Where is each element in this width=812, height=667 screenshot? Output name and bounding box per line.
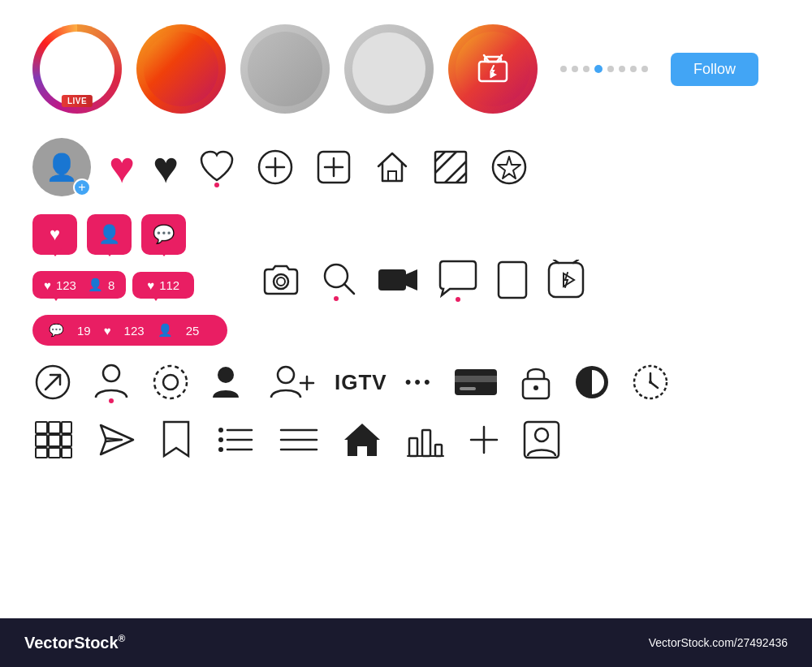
dot-7 [630,66,637,72]
vectorstock-url: VectorStock.com/27492436 [649,636,788,649]
svg-rect-55 [62,448,71,458]
avatar[interactable]: 👤 + [32,138,91,196]
home-filled-icon [341,419,383,461]
svg-point-46 [649,381,652,384]
svg-point-4 [214,183,219,187]
heart-outline-icon [197,146,237,188]
svg-rect-11 [388,171,396,181]
svg-point-30 [109,398,114,403]
middle-section: ♥ 👤 💬 ♥ 123 👤 8 [32,214,780,346]
plus-icon [468,424,500,456]
svg-rect-48 [49,422,60,433]
svg-rect-23 [499,262,526,298]
video-camera-icon [375,260,421,300]
story-circles-row: LIVE [32,16,780,114]
svg-point-62 [218,447,223,452]
camera-icon [260,260,302,300]
dot-3 [583,66,590,72]
svg-point-74 [535,428,548,441]
avatar-add-icon[interactable]: + [73,179,91,196]
svg-point-33 [218,367,234,383]
svg-point-32 [154,366,187,398]
svg-rect-67 [409,438,417,456]
story-circle-live[interactable]: LIVE [32,24,122,114]
add-person-icon [268,362,317,402]
plus-square-icon [313,147,354,187]
menu-icon [278,424,320,456]
vectorstock-logo: VectorStock® [24,633,125,652]
svg-rect-69 [435,445,442,456]
row-4: IGTV ••• [32,360,780,404]
svg-point-58 [218,428,223,432]
expand-icon [430,147,471,187]
story-circle-igtv[interactable] [448,24,538,114]
profile-frame-icon [521,419,562,461]
heart-notif-bubble: ♥ [32,214,77,255]
tablet-icon [495,259,529,301]
history-icon [572,362,612,402]
lock-icon [518,361,554,403]
pagination-dots [560,65,648,73]
story-circle-2[interactable] [136,24,226,114]
clock-icon [630,362,671,402]
full-count-bubble: 💬 19 ♥ 123 👤 25 [32,315,227,346]
send-icon [96,419,138,461]
person-filled-icon [209,362,250,402]
svg-marker-21 [406,269,417,290]
svg-point-41 [533,385,538,390]
live-badge: LIVE [62,95,93,107]
three-dots-icon: ••• [405,372,434,393]
footer: VectorStock® VectorStock.com/27492436 [0,618,812,667]
svg-rect-54 [49,448,60,458]
svg-rect-49 [62,422,71,433]
svg-marker-14 [498,157,520,179]
credit-card-icon [451,364,500,400]
bullet-list-icon [214,419,257,461]
avatar-person-icon: 👤 [45,152,78,183]
notification-section: ♥ 👤 💬 ♥ 123 👤 8 [32,214,244,346]
search-icon [318,258,359,302]
explore-icon [32,362,73,402]
igtv-square-icon [546,260,586,300]
svg-point-34 [278,367,294,383]
star-outline-icon [489,147,529,187]
follow-button[interactable]: Follow [671,53,758,86]
svg-rect-20 [378,269,406,290]
dot-8 [641,66,648,72]
story-circle-4[interactable] [344,24,434,114]
svg-rect-47 [36,422,47,433]
svg-point-60 [218,437,223,442]
person-outline-icon [91,360,132,404]
svg-rect-50 [36,435,47,446]
heart-black-icon: ♥ [153,145,179,189]
settings-icon [149,361,192,403]
dot-6 [619,66,625,72]
svg-line-18 [344,284,354,294]
comment-notif-bubble: 💬 [141,214,186,255]
dot-2 [572,66,578,72]
dot-5 [607,66,614,72]
igtv-label: IGTV [335,370,387,395]
svg-rect-52 [62,435,71,446]
svg-rect-51 [49,435,60,446]
home-outline-icon [372,147,412,187]
heart-pink-icon: ♥ [109,145,135,189]
svg-point-22 [456,297,460,302]
svg-point-29 [103,365,119,381]
svg-point-19 [334,296,339,301]
row-5 [32,419,780,461]
story-circle-3[interactable] [240,24,330,114]
grid-icon [32,419,75,461]
dot-4-active [594,65,603,73]
svg-rect-68 [422,430,430,456]
svg-rect-53 [36,448,47,458]
person-notif-bubble: 👤 [87,214,132,255]
svg-point-16 [277,278,285,286]
svg-rect-39 [460,387,476,390]
bookmark-icon [159,419,193,461]
right-icons-section [260,214,586,346]
svg-line-28 [45,375,60,389]
dot-1 [560,66,567,72]
bar-chart-icon [404,419,447,461]
plus-circle-icon [255,147,296,187]
